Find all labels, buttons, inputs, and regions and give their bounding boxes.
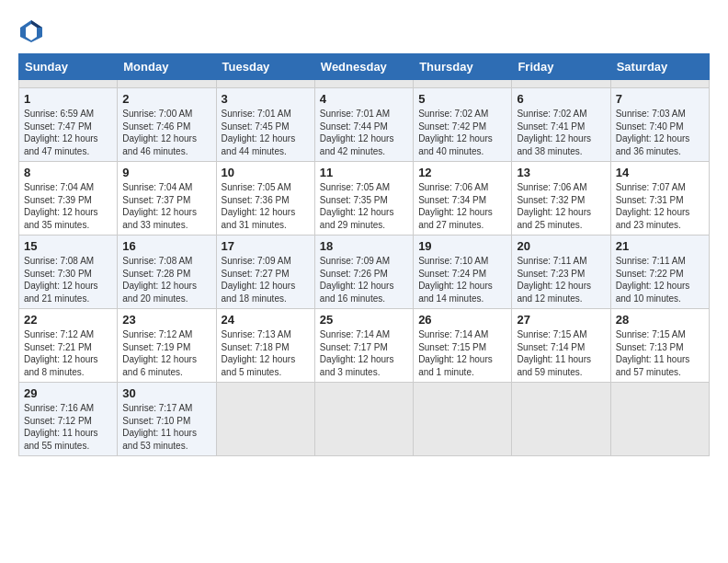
calendar-day-cell: 9Sunrise: 7:04 AM Sunset: 7:37 PM Daylig… (118, 162, 216, 236)
calendar-day-cell: 6Sunrise: 7:02 AM Sunset: 7:41 PM Daylig… (512, 88, 610, 162)
day-number: 13 (517, 166, 605, 179)
calendar-day-cell: 3Sunrise: 7:01 AM Sunset: 7:45 PM Daylig… (216, 88, 314, 162)
day-info: Sunrise: 7:17 AM Sunset: 7:10 PM Dayligh… (122, 402, 210, 452)
logo (18, 18, 48, 44)
day-info: Sunrise: 7:12 AM Sunset: 7:21 PM Dayligh… (24, 328, 112, 378)
day-info: Sunrise: 7:00 AM Sunset: 7:46 PM Dayligh… (122, 108, 210, 157)
day-info: Sunrise: 7:09 AM Sunset: 7:27 PM Dayligh… (222, 255, 310, 304)
day-of-week-header: Sunday (19, 54, 118, 80)
day-info: Sunrise: 7:04 AM Sunset: 7:37 PM Dayligh… (122, 181, 210, 231)
day-number: 1 (24, 92, 112, 106)
day-number: 4 (320, 92, 408, 106)
calendar-day-cell: 12Sunrise: 7:06 AM Sunset: 7:34 PM Dayli… (414, 162, 512, 236)
day-info: Sunrise: 7:06 AM Sunset: 7:32 PM Dayligh… (517, 181, 605, 231)
calendar-day-cell: 15Sunrise: 7:08 AM Sunset: 7:30 PM Dayli… (19, 236, 118, 309)
day-info: Sunrise: 7:14 AM Sunset: 7:15 PM Dayligh… (418, 328, 506, 378)
day-number: 29 (24, 386, 112, 400)
day-info: Sunrise: 7:15 AM Sunset: 7:14 PM Dayligh… (517, 328, 605, 378)
day-number: 9 (122, 166, 210, 179)
calendar-day-cell: 11Sunrise: 7:05 AM Sunset: 7:35 PM Dayli… (314, 162, 413, 236)
day-number: 8 (24, 166, 112, 179)
day-info: Sunrise: 7:12 AM Sunset: 7:19 PM Dayligh… (122, 328, 210, 378)
calendar-week-row: 1Sunrise: 6:59 AM Sunset: 7:47 PM Daylig… (19, 88, 710, 162)
calendar-day-cell (216, 383, 314, 456)
calendar-day-cell: 17Sunrise: 7:09 AM Sunset: 7:27 PM Dayli… (216, 236, 314, 309)
day-number: 28 (616, 313, 704, 327)
day-info: Sunrise: 7:06 AM Sunset: 7:34 PM Dayligh… (418, 181, 506, 231)
day-info: Sunrise: 7:10 AM Sunset: 7:24 PM Dayligh… (418, 255, 506, 304)
day-info: Sunrise: 7:07 AM Sunset: 7:31 PM Dayligh… (616, 181, 704, 231)
calendar-day-cell: 10Sunrise: 7:05 AM Sunset: 7:36 PM Dayli… (216, 162, 314, 236)
day-number: 2 (122, 92, 210, 106)
day-info: Sunrise: 7:04 AM Sunset: 7:39 PM Dayligh… (24, 181, 112, 231)
day-number: 19 (418, 239, 506, 253)
day-info: Sunrise: 7:11 AM Sunset: 7:23 PM Dayligh… (517, 255, 605, 304)
day-info: Sunrise: 7:11 AM Sunset: 7:22 PM Dayligh… (616, 255, 704, 304)
day-info: Sunrise: 7:14 AM Sunset: 7:17 PM Dayligh… (320, 328, 408, 378)
day-number: 21 (616, 239, 704, 253)
logo-icon (18, 18, 44, 44)
calendar-week-row (19, 80, 710, 88)
day-info: Sunrise: 7:05 AM Sunset: 7:36 PM Dayligh… (222, 181, 310, 231)
day-info: Sunrise: 7:09 AM Sunset: 7:26 PM Dayligh… (320, 255, 408, 304)
day-number: 16 (122, 239, 210, 253)
day-info: Sunrise: 7:01 AM Sunset: 7:44 PM Dayligh… (320, 108, 408, 157)
day-info: Sunrise: 7:05 AM Sunset: 7:35 PM Dayligh… (320, 181, 408, 231)
day-number: 3 (222, 92, 310, 106)
day-info: Sunrise: 7:02 AM Sunset: 7:41 PM Dayligh… (517, 108, 605, 157)
calendar-day-cell: 18Sunrise: 7:09 AM Sunset: 7:26 PM Dayli… (314, 236, 413, 309)
day-number: 22 (24, 313, 112, 327)
day-number: 10 (222, 166, 310, 179)
calendar-day-cell: 26Sunrise: 7:14 AM Sunset: 7:15 PM Dayli… (414, 309, 512, 383)
calendar-day-cell (314, 80, 413, 88)
day-number: 30 (122, 386, 210, 400)
calendar-day-cell: 20Sunrise: 7:11 AM Sunset: 7:23 PM Dayli… (512, 236, 610, 309)
day-number: 7 (616, 92, 704, 106)
day-info: Sunrise: 7:02 AM Sunset: 7:42 PM Dayligh… (418, 108, 506, 157)
day-info: Sunrise: 7:13 AM Sunset: 7:18 PM Dayligh… (222, 328, 310, 378)
day-of-week-header: Monday (118, 54, 216, 80)
calendar-day-cell: 2Sunrise: 7:00 AM Sunset: 7:46 PM Daylig… (118, 88, 216, 162)
day-number: 14 (616, 166, 704, 179)
calendar-day-cell: 22Sunrise: 7:12 AM Sunset: 7:21 PM Dayli… (19, 309, 118, 383)
day-of-week-header: Tuesday (216, 54, 314, 80)
calendar-week-row: 15Sunrise: 7:08 AM Sunset: 7:30 PM Dayli… (19, 236, 710, 309)
calendar-day-cell (414, 80, 512, 88)
calendar-day-cell (314, 383, 413, 456)
day-number: 18 (320, 239, 408, 253)
calendar-day-cell: 4Sunrise: 7:01 AM Sunset: 7:44 PM Daylig… (314, 88, 413, 162)
day-number: 27 (517, 313, 605, 327)
day-info: Sunrise: 6:59 AM Sunset: 7:47 PM Dayligh… (24, 108, 112, 157)
day-info: Sunrise: 7:16 AM Sunset: 7:12 PM Dayligh… (24, 402, 112, 452)
calendar-day-cell: 13Sunrise: 7:06 AM Sunset: 7:32 PM Dayli… (512, 162, 610, 236)
day-number: 25 (320, 313, 408, 327)
calendar-day-cell: 16Sunrise: 7:08 AM Sunset: 7:28 PM Dayli… (118, 236, 216, 309)
day-number: 24 (222, 313, 310, 327)
day-info: Sunrise: 7:15 AM Sunset: 7:13 PM Dayligh… (616, 328, 704, 378)
calendar-week-row: 29Sunrise: 7:16 AM Sunset: 7:12 PM Dayli… (19, 383, 710, 456)
day-number: 20 (517, 239, 605, 253)
day-of-week-header: Thursday (414, 54, 512, 80)
calendar-day-cell: 27Sunrise: 7:15 AM Sunset: 7:14 PM Dayli… (512, 309, 610, 383)
day-number: 23 (122, 313, 210, 327)
day-number: 12 (418, 166, 506, 179)
calendar-day-cell (118, 80, 216, 88)
calendar-day-cell: 14Sunrise: 7:07 AM Sunset: 7:31 PM Dayli… (610, 162, 709, 236)
day-info: Sunrise: 7:08 AM Sunset: 7:28 PM Dayligh… (122, 255, 210, 304)
calendar-day-cell: 29Sunrise: 7:16 AM Sunset: 7:12 PM Dayli… (19, 383, 118, 456)
day-number: 11 (320, 166, 408, 179)
day-number: 15 (24, 239, 112, 253)
calendar-day-cell (512, 383, 610, 456)
calendar-day-cell: 21Sunrise: 7:11 AM Sunset: 7:22 PM Dayli… (610, 236, 709, 309)
day-info: Sunrise: 7:01 AM Sunset: 7:45 PM Dayligh… (222, 108, 310, 157)
day-number: 6 (517, 92, 605, 106)
calendar-day-cell: 7Sunrise: 7:03 AM Sunset: 7:40 PM Daylig… (610, 88, 709, 162)
calendar-week-row: 22Sunrise: 7:12 AM Sunset: 7:21 PM Dayli… (19, 309, 710, 383)
day-number: 26 (418, 313, 506, 327)
day-of-week-header: Saturday (610, 54, 709, 80)
calendar-day-cell: 28Sunrise: 7:15 AM Sunset: 7:13 PM Dayli… (610, 309, 709, 383)
calendar-day-cell: 5Sunrise: 7:02 AM Sunset: 7:42 PM Daylig… (414, 88, 512, 162)
calendar-header-row: SundayMondayTuesdayWednesdayThursdayFrid… (19, 54, 710, 80)
calendar-day-cell: 1Sunrise: 6:59 AM Sunset: 7:47 PM Daylig… (19, 88, 118, 162)
calendar-day-cell (610, 383, 709, 456)
